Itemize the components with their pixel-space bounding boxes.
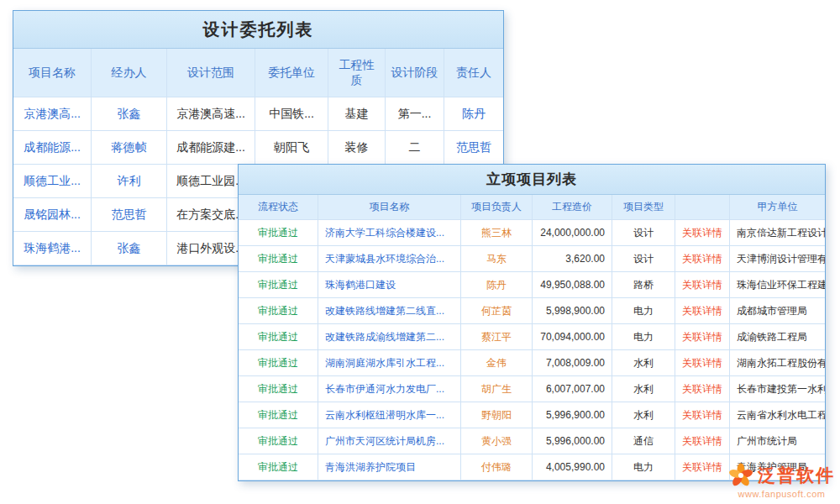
project-name-link[interactable]: 长春市伊通河水力发电厂... (318, 376, 461, 402)
detail-link[interactable]: 关联详情 (675, 454, 730, 480)
fanpu-logo-icon (728, 463, 753, 488)
project-table-row[interactable]: 审批通过 云南水利枢纽潜明水库一... 野朝阳 5,996,900.00 水利 … (239, 402, 825, 428)
project-table-row[interactable]: 审批通过 湖南洞庭湖水库引水工程... 金伟 7,008,009.00 水利 关… (239, 350, 825, 376)
owner-link[interactable]: 范思哲 (444, 131, 503, 165)
cell-project-type: 路桥 (612, 272, 675, 298)
detail-link[interactable]: 关联详情 (675, 428, 730, 454)
detail-link[interactable]: 关联详情 (675, 298, 730, 324)
col-header-detail (675, 195, 730, 220)
project-table-row[interactable]: 审批通过 改建铁路线增建第二线直... 何芷茵 5,998,900.00 电力 … (239, 298, 825, 324)
col-header-design-stage: 设计阶段 (386, 49, 444, 97)
project-table-row[interactable]: 审批通过 济南大学工科综合楼建设... 熊三林 24,000,000.00 设计… (239, 220, 825, 246)
agent-link[interactable]: 张鑫 (92, 97, 167, 131)
cell-project-cost: 49,950,088.00 (533, 272, 612, 298)
design-table-row[interactable]: 京港澳高... 张鑫 京港澳高速... 中国铁... 基建 第一... 陈丹 (13, 97, 503, 131)
project-name-link[interactable]: 青海洪湖养护院项目 (318, 454, 461, 480)
brand-url: www.fanpusoft.com (738, 489, 826, 499)
cell-design-stage: 第一... (386, 97, 444, 131)
status-badge: 审批通过 (239, 454, 318, 480)
status-badge: 审批通过 (239, 220, 318, 246)
cell-project-type: 电力 (612, 454, 675, 480)
status-badge: 审批通过 (239, 402, 318, 428)
project-table-row[interactable]: 审批通过 天津蒙城县水环境综合治... 马东 3,620.00 设计 关联详情 … (239, 246, 825, 272)
project-name-link[interactable]: 京港澳高... (13, 97, 92, 131)
cell-project-type: 电力 (612, 298, 675, 324)
detail-link[interactable]: 关联详情 (675, 272, 730, 298)
detail-link[interactable]: 关联详情 (675, 402, 730, 428)
status-badge: 审批通过 (239, 324, 318, 350)
detail-link[interactable]: 关联详情 (675, 350, 730, 376)
col-header-agent: 经办人 (92, 49, 167, 97)
cell-design-scope: 京港澳高速... (167, 97, 255, 131)
project-table-row[interactable]: 审批通过 改建铁路成渝线增建第二... 蔡江平 70,094,000.00 电力… (239, 324, 825, 350)
design-table-row[interactable]: 成都能源... 蒋德帧 成都能源建... 朝阳飞 装修 二 范思哲 (13, 131, 503, 165)
cell-party-a: 南京倍达新工程设计院 (730, 220, 825, 246)
detail-link[interactable]: 关联详情 (675, 220, 730, 246)
cell-design-scope: 成都能源建... (167, 131, 255, 165)
project-name-link[interactable]: 云南水利枢纽潜明水库一... (318, 402, 461, 428)
cell-project-type: 设计 (612, 246, 675, 272)
cell-project-nature: 基建 (328, 97, 386, 131)
cell-project-cost: 6,007,007.00 (533, 376, 612, 402)
project-table-row[interactable]: 审批通过 长春市伊通河水力发电厂... 胡广生 6,007,007.00 水利 … (239, 376, 825, 402)
status-badge: 审批通过 (239, 428, 318, 454)
cell-party-a: 广州市统计局 (730, 428, 825, 454)
project-approval-window: 立项项目列表 流程状态 项目名称 项目负责人 工程造价 项目类型 甲方单位 审批… (238, 164, 826, 481)
cell-party-a: 湖南永拓工程股份有... (730, 350, 825, 376)
detail-link[interactable]: 关联详情 (675, 376, 730, 402)
cell-project-cost: 3,620.00 (533, 246, 612, 272)
agent-link[interactable]: 蒋德帧 (92, 131, 167, 165)
col-header-flow-status: 流程状态 (239, 195, 318, 220)
project-name-link[interactable]: 改建铁路成渝线增建第二... (318, 324, 461, 350)
project-name-link[interactable]: 天津蒙城县水环境综合治... (318, 246, 461, 272)
col-header-project-name: 项目名称 (13, 49, 92, 97)
project-table-row[interactable]: 审批通过 广州市天河区统计局机房... 黄小强 5,996,000.00 通信 … (239, 428, 825, 454)
leader-link[interactable]: 陈丹 (461, 272, 533, 298)
detail-link[interactable]: 关联详情 (675, 246, 730, 272)
project-table-row[interactable]: 审批通过 珠海鹤港口建设 陈丹 49,950,088.00 路桥 关联详情 珠海… (239, 272, 825, 298)
agent-link[interactable]: 张鑫 (92, 232, 167, 265)
project-name-link[interactable]: 晟铭园林... (13, 198, 92, 232)
detail-link[interactable]: 关联详情 (675, 324, 730, 350)
col-header-project-nature: 工程性质 (328, 49, 386, 97)
leader-link[interactable]: 付伟璐 (461, 454, 533, 480)
leader-link[interactable]: 何芷茵 (461, 298, 533, 324)
project-name-link[interactable]: 顺德工业... (13, 165, 92, 198)
leader-link[interactable]: 黄小强 (461, 428, 533, 454)
cell-project-cost: 70,094,000.00 (533, 324, 612, 350)
project-name-link[interactable]: 成都能源... (13, 131, 92, 165)
agent-link[interactable]: 许利 (92, 165, 167, 198)
owner-link[interactable]: 陈丹 (444, 97, 503, 131)
cell-party-a: 成都城市管理局 (730, 298, 825, 324)
project-table-header: 流程状态 项目名称 项目负责人 工程造价 项目类型 甲方单位 (239, 195, 825, 220)
leader-link[interactable]: 熊三林 (461, 220, 533, 246)
leader-link[interactable]: 胡广生 (461, 376, 533, 402)
cell-project-cost: 7,008,009.00 (533, 350, 612, 376)
col-header-owner: 责任人 (444, 49, 503, 97)
status-badge: 审批通过 (239, 376, 318, 402)
col-header-project-cost: 工程造价 (533, 195, 612, 220)
leader-link[interactable]: 金伟 (461, 350, 533, 376)
cell-project-type: 水利 (612, 402, 675, 428)
project-name-link[interactable]: 改建铁路线增建第二线直... (318, 298, 461, 324)
project-name-link[interactable]: 广州市天河区统计局机房... (318, 428, 461, 454)
project-name-link[interactable]: 珠海鹤港口建设 (318, 272, 461, 298)
leader-link[interactable]: 蔡江平 (461, 324, 533, 350)
cell-project-type: 水利 (612, 376, 675, 402)
cell-party-a: 珠海信业环保工程建... (730, 272, 825, 298)
status-badge: 审批通过 (239, 350, 318, 376)
agent-link[interactable]: 范思哲 (92, 198, 167, 232)
status-badge: 审批通过 (239, 246, 318, 272)
project-table-body: 审批通过 济南大学工科综合楼建设... 熊三林 24,000,000.00 设计… (239, 220, 825, 480)
project-name-link[interactable]: 济南大学工科综合楼建设... (318, 220, 461, 246)
col-header-project-name: 项目名称 (318, 195, 461, 220)
leader-link[interactable]: 野朝阳 (461, 402, 533, 428)
project-name-link[interactable]: 珠海鹤港... (13, 232, 92, 265)
leader-link[interactable]: 马东 (461, 246, 533, 272)
cell-party-a: 成渝铁路工程局 (730, 324, 825, 350)
cell-project-cost: 5,998,900.00 (533, 298, 612, 324)
cell-project-cost: 5,996,900.00 (533, 402, 612, 428)
status-badge: 审批通过 (239, 298, 318, 324)
cell-project-cost: 4,005,990.00 (533, 454, 612, 480)
project-name-link[interactable]: 湖南洞庭湖水库引水工程... (318, 350, 461, 376)
